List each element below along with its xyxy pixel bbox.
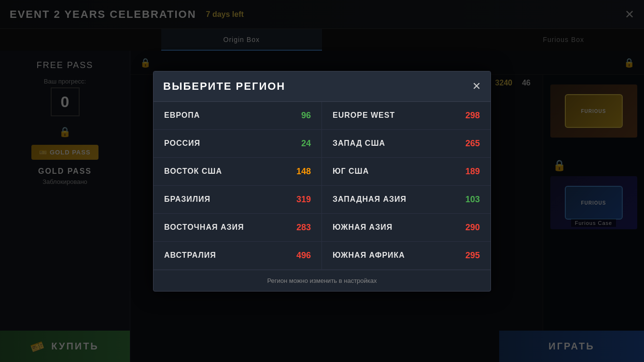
dialog-title: ВЫБЕРИТЕ РЕГИОН: [163, 80, 285, 93]
region-name: ЗАПАДНАЯ АЗИЯ: [333, 195, 406, 204]
region-name: РОССИЯ: [164, 139, 200, 148]
region-item[interactable]: ЮГ США 189: [322, 158, 490, 186]
dialog-close-button[interactable]: ✕: [472, 81, 481, 92]
region-count: 103: [465, 195, 480, 205]
region-count: 290: [465, 223, 480, 233]
region-item[interactable]: ЗАПАДНАЯ АЗИЯ 103: [322, 186, 490, 214]
region-name: БРАЗИЛИЯ: [164, 195, 210, 204]
region-name: EUROPE WEST: [333, 111, 395, 120]
region-item[interactable]: ЮЖНАЯ АЗИЯ 290: [322, 214, 490, 242]
region-count: 496: [296, 251, 311, 261]
region-item[interactable]: БРАЗИЛИЯ 319: [154, 186, 322, 214]
region-count: 265: [465, 139, 480, 149]
region-item[interactable]: ВОСТОК США 148: [154, 158, 322, 186]
region-name: ВОСТОК США: [164, 167, 222, 176]
region-count: 148: [296, 167, 311, 177]
region-item[interactable]: ЕВРОПА 96: [154, 102, 322, 130]
dialog-header: ВЫБЕРИТЕ РЕГИОН ✕: [154, 71, 490, 102]
region-item[interactable]: ВОСТОЧНАЯ АЗИЯ 283: [154, 214, 322, 242]
region-name: ЮЖНАЯ АФРИКА: [333, 251, 405, 260]
region-item[interactable]: АВСТРАЛИЯ 496: [154, 242, 322, 270]
region-count: 189: [465, 167, 480, 177]
region-count: 319: [296, 195, 311, 205]
region-name: ЮЖНАЯ АЗИЯ: [333, 223, 392, 232]
region-count: 24: [301, 139, 311, 149]
region-name: ЮГ США: [333, 167, 369, 176]
region-name: АВСТРАЛИЯ: [164, 251, 216, 260]
region-item[interactable]: EUROPE WEST 298: [322, 102, 490, 130]
dialog-body: ЕВРОПА 96 EUROPE WEST 298 РОССИЯ 24 ЗАПА…: [154, 102, 490, 270]
dialog-footer: Регион можно изменить в настройках: [154, 270, 490, 291]
regions-grid: ЕВРОПА 96 EUROPE WEST 298 РОССИЯ 24 ЗАПА…: [154, 102, 490, 270]
region-name: ЗАПАД США: [333, 139, 385, 148]
region-dialog: ВЫБЕРИТЕ РЕГИОН ✕ ЕВРОПА 96 EUROPE WEST …: [153, 71, 491, 292]
region-name: ВОСТОЧНАЯ АЗИЯ: [164, 223, 244, 232]
region-item[interactable]: РОССИЯ 24: [154, 130, 322, 158]
region-count: 298: [465, 111, 480, 121]
region-count: 96: [301, 111, 311, 121]
region-count: 295: [465, 251, 480, 261]
region-item[interactable]: ЮЖНАЯ АФРИКА 295: [322, 242, 490, 270]
region-count: 283: [296, 223, 311, 233]
region-name: ЕВРОПА: [164, 111, 200, 120]
region-item[interactable]: ЗАПАД США 265: [322, 130, 490, 158]
modal-overlay: ВЫБЕРИТЕ РЕГИОН ✕ ЕВРОПА 96 EUROPE WEST …: [0, 0, 644, 362]
